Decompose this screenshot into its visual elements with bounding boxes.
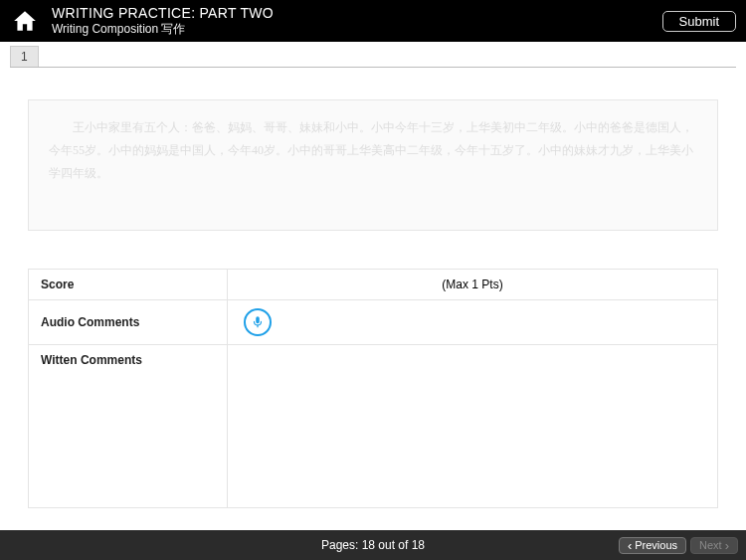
- written-comments-label: Witten Comments: [29, 345, 228, 508]
- next-button: Next ›: [690, 537, 738, 554]
- written-comments-cell[interactable]: [228, 345, 718, 508]
- footer-bar: Pages: 18 out of 18 ‹ Previous Next ›: [0, 530, 746, 560]
- microphone-icon[interactable]: [244, 308, 272, 336]
- question-tabs: 1: [10, 46, 736, 68]
- score-hint: (Max 1 Pts): [442, 278, 502, 291]
- pages-indicator: Pages: 18 out of 18: [321, 538, 425, 552]
- header-titles: WRITING PRACTICE: PART TWO Writing Compo…: [52, 5, 662, 37]
- submit-button[interactable]: Submit: [662, 11, 736, 32]
- app-header: WRITING PRACTICE: PART TWO Writing Compo…: [0, 0, 746, 42]
- main-content: 王小中家里有五个人：爸爸、妈妈、哥哥、妹妹和小中。小中今年十三岁，上华美初中二年…: [0, 68, 746, 508]
- previous-button[interactable]: ‹ Previous: [619, 537, 686, 554]
- audio-comments-cell: [228, 300, 718, 345]
- page-title: WRITING PRACTICE: PART TWO: [52, 5, 662, 22]
- chevron-right-icon: ›: [725, 539, 729, 552]
- essay-text-box[interactable]: 王小中家里有五个人：爸爸、妈妈、哥哥、妹妹和小中。小中今年十三岁，上华美初中二年…: [28, 99, 718, 231]
- chevron-left-icon: ‹: [628, 539, 632, 552]
- page-subtitle: Writing Composition 写作: [52, 22, 662, 38]
- audio-comments-label: Audio Comments: [29, 300, 228, 345]
- score-value[interactable]: (Max 1 Pts): [228, 270, 718, 300]
- score-label: Score: [29, 270, 228, 300]
- tab-1[interactable]: 1: [10, 46, 39, 67]
- next-label: Next: [699, 539, 722, 551]
- home-icon[interactable]: [12, 8, 38, 34]
- feedback-table: Score (Max 1 Pts) Audio Comments Witten …: [28, 269, 718, 508]
- previous-label: Previous: [635, 539, 677, 551]
- footer-nav: ‹ Previous Next ›: [619, 537, 738, 554]
